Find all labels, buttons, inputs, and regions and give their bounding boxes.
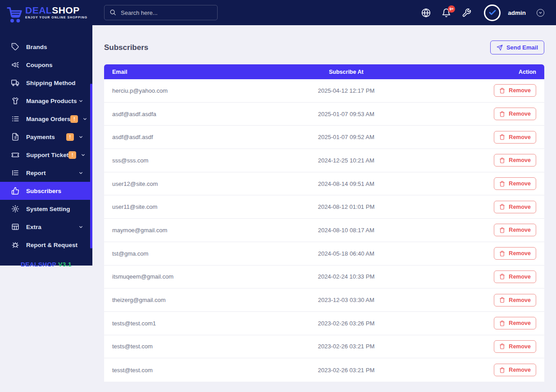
remove-button[interactable]: Remove (494, 294, 536, 306)
logo-tagline: ENJOY YOUR ONLINE SHOPPING (25, 16, 87, 19)
subscriber-email: herciu.p@yahoo.com (104, 79, 280, 103)
sidebar-item-label: Coupons (26, 62, 53, 68)
trash-icon (499, 251, 505, 257)
sidebar-item-manage-orders[interactable]: Manage Orders! (0, 110, 92, 128)
shopping-cart-icon (5, 5, 24, 23)
sidebar-item-coupons[interactable]: Coupons (0, 56, 92, 74)
remove-button[interactable]: Remove (494, 84, 536, 97)
topbar: 9+ admin (92, 0, 556, 25)
notifications-bell-icon[interactable]: 9+ (442, 8, 451, 18)
search-box (104, 5, 218, 20)
app-logo[interactable]: DEALSHOP ENJOY YOUR ONLINE SHOPPING (0, 0, 92, 27)
action-cell: Remove (412, 195, 544, 219)
sidebar-item-label: Subscribers (26, 188, 61, 194)
subscribe-at-date: 2024-08-10 08:17 AM (280, 219, 412, 242)
column-header-action: Action (412, 64, 544, 79)
action-cell: Remove (412, 288, 544, 312)
sidebar-item-manage-products[interactable]: Manage Products (0, 92, 92, 110)
trash-icon (499, 158, 505, 163)
main-content: Subscribers Send Email Email Subscribe A… (92, 25, 556, 392)
search-input[interactable] (104, 5, 218, 20)
logo-title: DEALSHOP (25, 5, 87, 15)
subscribe-at-date: 2024-05-18 06:40 AM (280, 242, 412, 266)
sidebar-item-payments[interactable]: Payments! (0, 128, 92, 146)
sidebar: DEALSHOP ENJOY YOUR ONLINE SHOPPING Bran… (0, 0, 92, 266)
column-header-email: Email (104, 64, 280, 79)
action-cell: Remove (412, 79, 544, 103)
table-row: itsmuqeem@gmail.com2024-02-24 10:33 PMRe… (104, 266, 544, 289)
subscriber-email: user12@site.com (104, 172, 280, 196)
sidebar-item-shipping-method[interactable]: Shipping Method (0, 74, 92, 92)
remove-button[interactable]: Remove (494, 364, 536, 376)
sidebar-item-extra[interactable]: Extra (0, 218, 92, 236)
subscriber-email: sss@sss.com (104, 149, 280, 172)
user-avatar[interactable] (484, 5, 501, 21)
trash-icon (499, 343, 505, 349)
subscribe-at-date: 2025-01-07 09:53 AM (280, 103, 412, 126)
sidebar-item-report[interactable]: Report (0, 164, 92, 182)
remove-button[interactable]: Remove (494, 317, 536, 329)
remove-button[interactable]: Remove (494, 177, 536, 190)
sidebar-item-brands[interactable]: Brands (0, 38, 92, 56)
thumbs-up-icon (11, 187, 19, 195)
table-row: asdf@asdf.asdf2025-01-07 09:52 AMRemove (104, 126, 544, 149)
list-check-icon (11, 115, 19, 123)
invoice-icon (11, 133, 19, 141)
remove-button[interactable]: Remove (494, 270, 536, 283)
sidebar-item-label: Shipping Method (26, 80, 75, 86)
table-row: tesst@test.com2023-02-26 03:21 PMRemove (104, 358, 544, 382)
remove-button[interactable]: Remove (494, 340, 536, 353)
wrench-icon[interactable] (462, 8, 471, 18)
subscribe-at-date: 2023-02-26 03:21 PM (280, 335, 412, 359)
send-icon (497, 45, 503, 51)
subscriber-email: itsmuqeem@gmail.com (104, 266, 280, 289)
sidebar-item-subscribers[interactable]: Subscribers (0, 182, 92, 200)
sidebar-item-support-ticket[interactable]: Support Ticket! (0, 146, 92, 164)
table-row: tst@gma.com2024-05-18 06:40 AMRemove (104, 242, 544, 266)
search-icon (109, 9, 116, 16)
user-name[interactable]: admin (508, 9, 526, 16)
chevron-down-icon (78, 135, 83, 140)
remove-button[interactable]: Remove (494, 224, 536, 236)
subscriber-email: tests@test.com (104, 335, 280, 359)
sidebar-scrollbar[interactable] (90, 84, 92, 248)
subscriber-email: tests@test.com1 (104, 312, 280, 335)
remove-button[interactable]: Remove (494, 131, 536, 144)
remove-button[interactable]: Remove (494, 154, 536, 167)
action-cell: Remove (412, 219, 544, 242)
report-list-icon (11, 169, 19, 177)
action-cell: Remove (412, 149, 544, 172)
remove-button[interactable]: Remove (494, 108, 536, 120)
sidebar-item-report-request[interactable]: Report & Request (0, 236, 92, 254)
sidebar-item-label: Payments (26, 134, 55, 140)
remove-button[interactable]: Remove (494, 201, 536, 213)
action-cell: Remove (412, 126, 544, 149)
notification-count-badge: 9+ (448, 5, 455, 13)
sidebar-item-label: Manage Products (26, 98, 77, 104)
table-row: asdf@asdf.asdfa2025-01-07 09:53 AMRemove (104, 103, 544, 126)
remove-button[interactable]: Remove (494, 247, 536, 260)
table-row: tests@test.com2023-02-26 03:21 PMRemove (104, 335, 544, 359)
table-icon (11, 223, 19, 231)
subscriber-email: maymoe@gmail.com (104, 219, 280, 242)
subscriber-email: tesst@test.com (104, 358, 280, 382)
globe-icon[interactable] (421, 8, 431, 18)
sidebar-item-system-setting[interactable]: System Setting (0, 200, 92, 218)
subscriber-email: asdf@asdf.asdfa (104, 103, 280, 126)
action-cell: Remove (412, 358, 544, 382)
tag-icon (11, 43, 19, 51)
truck-icon (11, 79, 19, 87)
action-cell: Remove (412, 172, 544, 196)
subscribe-at-date: 2025-01-07 09:52 AM (280, 126, 412, 149)
user-menu-chevron-icon[interactable] (537, 9, 544, 17)
check-icon (488, 9, 497, 17)
send-email-button[interactable]: Send Email (490, 41, 544, 54)
subscriber-email: asdf@asdf.asdf (104, 126, 280, 149)
table-header-row: Email Subscribe At Action (104, 64, 544, 79)
trash-icon (499, 88, 505, 94)
action-cell: Remove (412, 103, 544, 126)
subscribe-at-date: 2025-04-12 12:17 PM (280, 79, 412, 103)
trash-icon (499, 320, 505, 326)
trash-icon (499, 181, 505, 187)
subscribe-at-date: 2024-02-24 10:33 PM (280, 266, 412, 289)
